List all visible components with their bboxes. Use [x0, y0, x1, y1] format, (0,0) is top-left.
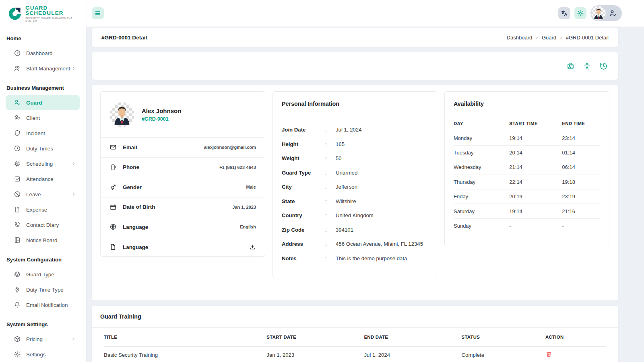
info-row-weight: Weight : 50	[282, 155, 428, 170]
sidebar-item-pricing[interactable]: Pricing	[6, 331, 80, 347]
id-badge-button[interactable]	[566, 62, 575, 70]
info-row-notes: Notes : This is the demo purpose data	[282, 255, 428, 270]
shield-icon	[14, 130, 21, 137]
info-row-country: Country : United Kingdom	[282, 212, 428, 227]
settings-button[interactable]	[574, 7, 586, 19]
check-square-icon	[14, 175, 21, 183]
sidebar-item-duty-times[interactable]: Duty Times	[6, 141, 80, 156]
layers-icon	[14, 271, 21, 278]
user-avatar	[591, 6, 606, 21]
breadcrumb-item-dashboard[interactable]: Dashboard	[507, 35, 533, 41]
person-check-icon	[609, 9, 617, 17]
profile-row-date-of-birth-3: Date of Birth Jan 1, 2023	[101, 197, 265, 218]
sidebar-item-expense[interactable]: Expense	[6, 202, 80, 217]
user-profile-menu[interactable]	[590, 5, 622, 21]
page-title: #GRD-0001 Detail	[101, 35, 147, 41]
clock-history-button[interactable]	[599, 62, 608, 70]
sidebar-item-scheduling[interactable]: Scheduling	[6, 156, 80, 171]
training-row: Basic Security Training Jan 1, 2023 Jul …	[104, 346, 606, 362]
availability-title: Availability	[445, 92, 609, 116]
availability-header-start-time: START TIME	[509, 116, 562, 131]
sidebar: GUARD SCHEDULER SECURITY GUARD MANAGEMEN…	[0, 0, 86, 362]
profile-row-language-5: Language	[101, 237, 265, 257]
info-row-height: Height : 165	[282, 141, 428, 156]
sidebar-item-duty-time-type[interactable]: Duty Time Type	[6, 282, 80, 297]
availability-row-saturday: Saturday19:1421:16	[454, 204, 600, 218]
guard-training-table: TITLESTART DATEEND DATESTATUSACTION Basi…	[104, 328, 606, 362]
sidebar-item-staff-management[interactable]: Staff Management	[6, 61, 80, 76]
sidebar-item-leave[interactable]: Leave	[6, 187, 80, 202]
sidebar-section-business-management: Business Management	[0, 76, 86, 95]
training-header-action: ACTION	[545, 328, 606, 346]
page-header: #GRD-0001 Detail Dashboard›Guard›#GRD-00…	[92, 28, 618, 47]
people-icon	[14, 65, 21, 72]
file-icon	[109, 243, 117, 251]
availability-card: Availability DAYSTART TIMEEND TIME Monda…	[444, 91, 609, 246]
guard-training-title: Guard Training	[92, 306, 618, 328]
sidebar-item-attendance[interactable]: Attendance	[6, 171, 80, 187]
translate-icon	[561, 10, 568, 17]
gender-icon	[109, 183, 117, 191]
guard-avatar	[109, 102, 134, 127]
ban-icon	[14, 191, 21, 198]
availability-row-thursday: Thursday22:1419:18	[454, 175, 600, 189]
sidebar-item-contact-diary[interactable]: Contact Diary	[6, 217, 80, 232]
hamburger-menu-button[interactable]	[92, 7, 104, 19]
cpu-icon	[14, 160, 21, 167]
sidebar-item-client[interactable]: Client	[6, 110, 80, 125]
chevron-right-icon	[71, 66, 76, 71]
app-logo[interactable]: GUARD SCHEDULER SECURITY GUARD MANAGEMEN…	[0, 0, 86, 27]
dashboard-icon	[14, 49, 21, 57]
breadcrumb-separator: ›	[560, 35, 562, 40]
chevron-right-icon	[71, 192, 76, 197]
download-button[interactable]	[249, 244, 256, 251]
settings-gear-icon	[577, 10, 584, 17]
profile-header: Alex Johnson #GRD-0001	[101, 92, 265, 138]
guard-id: #GRD-0001	[142, 116, 181, 122]
availability-row-friday: Friday20:1923:19	[454, 189, 600, 204]
sidebar-item-settings[interactable]: Settings	[6, 347, 80, 362]
chevron-right-icon	[71, 337, 76, 341]
guard-name: Alex Johnson	[142, 107, 181, 114]
sidebar-item-guard[interactable]: Guard	[6, 95, 80, 110]
breadcrumb: Dashboard›Guard›#GRD-0001 Detail	[507, 35, 609, 41]
personal-information-title: Personal Information	[273, 92, 437, 116]
availability-header-end-time: END TIME	[562, 116, 600, 131]
sidebar-item-notice-board[interactable]: Notice Board	[6, 232, 80, 248]
info-row-join-date: Join Date : Jul 1, 2024	[282, 127, 428, 141]
training-header-end-date: END DATE	[364, 328, 461, 346]
envelope-icon	[109, 144, 117, 151]
accessibility-icon	[583, 62, 591, 70]
detail-panel: Alex Johnson #GRD-0001 Email alexjohnson…	[92, 85, 618, 300]
personal-information-rows: Join Date : Jul 1, 2024 Height : 165 Wei…	[273, 116, 437, 280]
training-header-title: TITLE	[104, 328, 266, 346]
info-row-guard-type: Guard Type : Unarmed	[282, 170, 428, 184]
board-icon	[14, 237, 21, 244]
availability-row-sunday: Sunday--	[454, 218, 600, 233]
globe-icon	[109, 223, 117, 230]
sidebar-item-incident[interactable]: Incident	[6, 125, 80, 141]
accessibility-button[interactable]	[583, 62, 591, 70]
profile-row-language-4: Language English	[101, 217, 265, 237]
brand-name: GUARD SCHEDULER	[25, 5, 82, 16]
availability-row-wednesday: Wednesday21:1406:14	[454, 160, 600, 175]
breadcrumb-item--grd-0001-detail[interactable]: #GRD-0001 Detail	[566, 35, 609, 41]
calendar-icon	[109, 204, 117, 211]
sidebar-item-email-notification[interactable]: Email Notification	[6, 297, 80, 313]
sidebar-item-guard-type[interactable]: Guard Type	[6, 267, 80, 282]
sidebar-nav: Home Dashboard Staff Management Business…	[0, 27, 86, 362]
phone-icon	[14, 221, 21, 228]
brand-tagline: SECURITY GUARD MANAGEMENT SYSTEM	[25, 17, 82, 23]
profile-row-phone-1: Phone +1 (861) 623-4643	[101, 158, 265, 178]
profile-contact-rows: Email alexjohnson@gmail.com Phone +1 (86…	[101, 138, 265, 257]
sidebar-item-dashboard[interactable]: Dashboard	[6, 45, 80, 61]
hamburger-menu-icon	[94, 10, 101, 17]
delete-training-button[interactable]	[545, 351, 552, 358]
translate-button[interactable]	[558, 7, 570, 19]
chevron-right-icon	[71, 161, 76, 166]
clock-icon	[14, 145, 21, 152]
availability-row-monday: Monday19:1423:14	[454, 131, 600, 145]
breadcrumb-separator: ›	[536, 35, 538, 40]
breadcrumb-item-guard[interactable]: Guard	[542, 35, 556, 41]
availability-table: DAYSTART TIMEEND TIME Monday19:1423:14 T…	[454, 116, 600, 233]
